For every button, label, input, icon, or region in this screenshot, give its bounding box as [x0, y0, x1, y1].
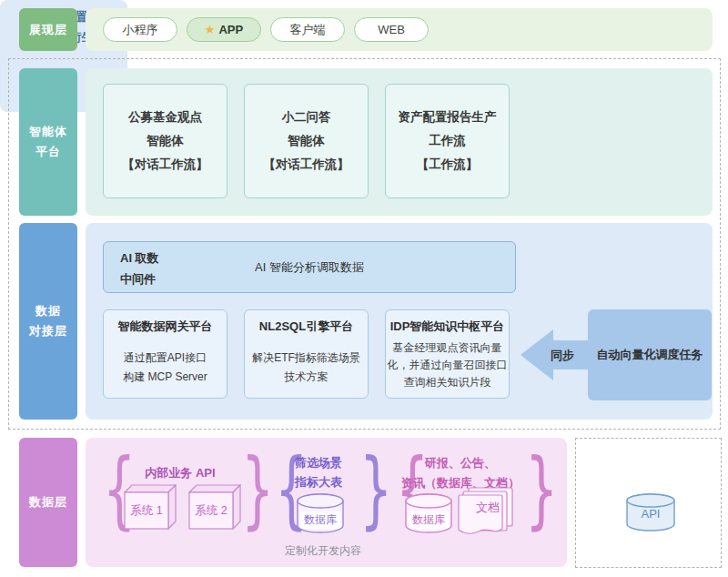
right-brace-icon: }	[241, 445, 274, 536]
pill-label: APP	[218, 23, 243, 36]
agent-card-report-workflow: 资产配置报告生产 工作流 【工作流】	[385, 84, 510, 198]
card-line: 智能体	[147, 129, 184, 153]
indicator-database-cylinder: 数据库	[296, 492, 345, 534]
layer-label-text: 展现层	[29, 20, 67, 40]
layer-label-data: 数据层	[19, 438, 77, 567]
layer-label-text: 数据	[35, 301, 61, 321]
platform-desc: 基金经理观点资讯向量 化，并通过向量召回接口 查询相关知识片段	[386, 339, 509, 391]
auto-vectorize-scheduler-box: 自动向量化调度任务	[588, 309, 712, 400]
desc-line: 查询相关知识片段	[386, 374, 509, 391]
title-line: 指标大表	[273, 472, 364, 491]
indicator-group-title: 筛选场景 指标大表	[273, 453, 364, 491]
layer-label-text: 数据层	[29, 492, 67, 512]
layer-label-text: 对接层	[29, 321, 67, 341]
platform-title: 智能数据网关平台	[104, 319, 227, 335]
star-icon: ★	[205, 23, 216, 36]
system-1-cube: 系统 1	[124, 484, 177, 531]
layer-label-data-integration: 数据 对接层	[19, 223, 77, 420]
platform-card-data-gateway: 智能数据网关平台 通过配置API接口 构建 MCP Server	[103, 309, 228, 399]
desc-line: 构建 MCP Server	[104, 368, 227, 387]
platform-desc: 解决ETF指标筛选场景 技术方案	[245, 349, 368, 387]
layer-label-agent-platform: 智能体 平台	[19, 68, 77, 216]
pill-app[interactable]: ★ APP	[187, 17, 261, 42]
database-label: 数据库	[300, 511, 340, 529]
platform-title: IDP智能知识中枢平台	[386, 319, 509, 335]
pill-label: 客户端	[290, 22, 326, 38]
card-line: 【对话工作流】	[122, 153, 208, 177]
layer-label-presentation: 展现层	[19, 8, 77, 51]
architecture-diagram: 展现层 小程序 ★ APP 客户端 WEB 智能体 平台 公募基金观点 智能体 …	[0, 0, 728, 577]
desc-line: 通过配置API接口	[104, 349, 227, 368]
database-label: 数据库	[409, 511, 449, 529]
layer-label-text: 平台	[35, 142, 61, 162]
card-line: 【对话工作流】	[263, 153, 349, 177]
corpus-api-cylinder: API	[625, 492, 676, 532]
platform-desc: 通过配置API接口 构建 MCP Server	[104, 349, 227, 387]
card-line: 公募基金观点	[128, 106, 202, 129]
system-1-label: 系统 1	[125, 492, 168, 529]
research-database-cylinder: 数据库	[404, 492, 453, 534]
platform-card-nl2sql: NL2SQL引擎平台 解决ETF指标筛选场景 技术方案	[244, 309, 369, 399]
platform-title: NL2SQL引擎平台	[245, 319, 368, 335]
system-2-cube: 系统 2	[188, 484, 241, 531]
pill-web[interactable]: WEB	[354, 17, 429, 42]
platform-card-idp-knowledge: IDP智能知识中枢平台 基金经理观点资讯向量 化，并通过向量召回接口 查询相关知…	[385, 309, 510, 399]
api-label: API	[625, 507, 676, 521]
desc-line: 基金经理观点资讯向量	[386, 339, 509, 357]
agent-card-qa: 小二问答 智能体 【对话工作流】	[244, 84, 369, 198]
card-line: 【工作流】	[417, 153, 479, 177]
pill-mini-program[interactable]: 小程序	[103, 17, 177, 42]
layer-label-text: 智能体	[29, 122, 67, 142]
documents-label: 文档	[464, 500, 511, 516]
desc-line: 技术方案	[245, 368, 368, 387]
internal-api-title: 内部业务 API	[121, 465, 239, 481]
pill-client[interactable]: 客户端	[270, 17, 345, 42]
ai-middleware-description: AI 智能分析调取数据	[104, 242, 515, 292]
documents-stack: 文档	[457, 487, 515, 540]
ai-middleware-box: AI 取数 中间件 AI 智能分析调取数据	[103, 241, 516, 293]
pill-label: 小程序	[123, 22, 158, 38]
agent-card-fund-opinion: 公募基金观点 智能体 【对话工作流】	[103, 84, 228, 198]
title-line: 研报、公告、	[388, 453, 533, 473]
title-line: 筛选场景	[273, 453, 364, 472]
card-line: 智能体	[288, 129, 325, 153]
desc-line: 化，并通过向量召回接口	[386, 357, 509, 374]
customized-dev-footnote: 定制化开发内容	[250, 543, 396, 559]
presentation-panel: 小程序 ★ APP 客户端 WEB	[86, 8, 713, 51]
system-2-label: 系统 2	[189, 492, 233, 529]
pill-label: WEB	[378, 23, 405, 36]
sync-arrow-label: 同步	[537, 348, 588, 364]
desc-line: 解决ETF指标筛选场景	[245, 349, 368, 368]
card-line: 小二问答	[282, 106, 331, 129]
card-line: 资产配置报告生产	[399, 106, 497, 129]
card-line: 工作流	[429, 129, 466, 153]
